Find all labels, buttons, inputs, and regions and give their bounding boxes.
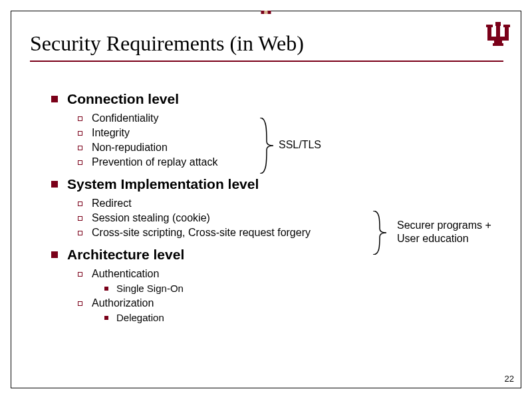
bullet-icon	[78, 216, 82, 221]
list-item: Authentication	[78, 267, 503, 281]
curly-brace-icon	[257, 118, 276, 174]
bullet-icon	[78, 272, 82, 277]
slide-title: Security Requirements (in Web)	[30, 31, 304, 56]
bullet-icon	[78, 116, 82, 121]
svg-rect-8	[493, 43, 503, 46]
svg-rect-4	[487, 37, 509, 41]
section-items: Authentication Single Sign-On Authorizat…	[78, 267, 503, 325]
bullet-icon	[78, 301, 82, 306]
svg-rect-6	[486, 25, 493, 27]
bullet-icon	[104, 287, 108, 291]
heading-text: Architecture level	[67, 247, 184, 263]
svg-rect-2	[487, 26, 491, 38]
sub-list-item: Delegation	[104, 311, 503, 325]
bullet-icon	[51, 181, 58, 188]
curly-brace-icon	[370, 211, 389, 255]
section-heading: Connection level	[51, 91, 503, 107]
bullet-icon	[78, 160, 82, 165]
slide-frame: Security Requirements (in Web) Connectio…	[11, 11, 521, 388]
heading-text: Connection level	[67, 91, 179, 107]
bullet-icon	[51, 251, 58, 258]
bullet-icon	[78, 201, 82, 206]
list-item: Redirect	[78, 196, 503, 211]
list-item: Confidentiality	[78, 111, 503, 126]
svg-rect-0	[495, 22, 501, 26]
slide-content: Connection level Confidentiality Integri…	[51, 91, 503, 328]
annotation-ssl-tls: SSL/TLS	[279, 139, 321, 151]
bullet-icon	[78, 146, 82, 150]
list-item: Prevention of replay attack	[78, 155, 503, 170]
bullet-icon	[51, 96, 58, 102]
svg-rect-3	[505, 26, 509, 38]
list-item: Authorization	[78, 296, 503, 311]
title-underline	[30, 61, 503, 62]
section-heading: Architecture level	[51, 247, 503, 263]
annotation-securer-programs: Securer programs + User education	[397, 219, 491, 245]
section-heading: System Implementation level	[51, 176, 503, 192]
heading-text: System Implementation level	[67, 176, 259, 192]
bullet-icon	[78, 231, 82, 235]
list-item: Integrity	[78, 126, 503, 140]
page-number: 22	[505, 374, 514, 384]
sub-list-item: Single Sign-On	[104, 281, 503, 296]
svg-rect-7	[503, 25, 510, 27]
top-accent-squares	[261, 11, 271, 14]
iu-logo	[485, 21, 511, 54]
bullet-icon	[104, 316, 108, 320]
bullet-icon	[78, 131, 82, 136]
